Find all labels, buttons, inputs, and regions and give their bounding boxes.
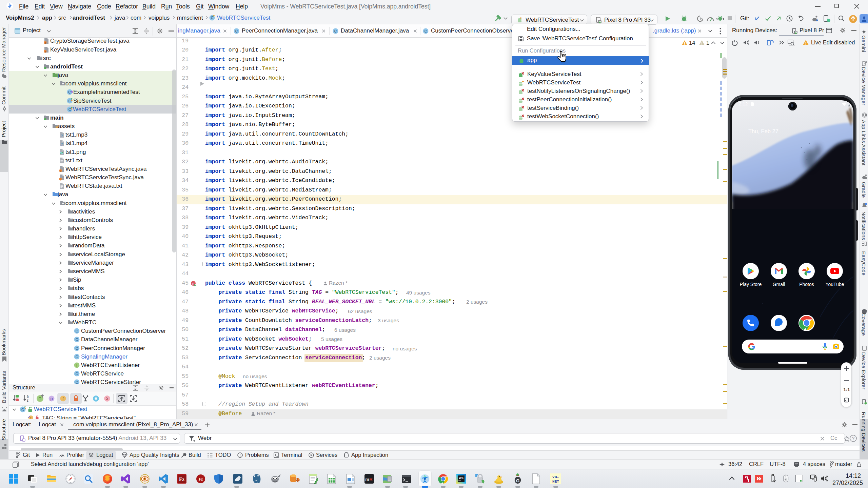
svg-text:Fz: Fz bbox=[199, 477, 203, 482]
svg-text:λ: λ bbox=[106, 396, 108, 401]
svg-text:C: C bbox=[334, 29, 337, 33]
svg-text:NET: NET bbox=[552, 480, 559, 484]
svg-text:C: C bbox=[68, 107, 71, 111]
svg-text:Fz: Fz bbox=[179, 476, 184, 482]
svg-text:C: C bbox=[76, 346, 78, 350]
svg-text:C: C bbox=[76, 329, 78, 333]
svg-text:f: f bbox=[31, 416, 32, 419]
svg-text:I: I bbox=[39, 397, 41, 402]
svg-text:J: J bbox=[45, 50, 46, 53]
svg-text:m: m bbox=[365, 477, 369, 482]
svg-text:z: z bbox=[27, 399, 28, 402]
svg-text:?: ? bbox=[852, 436, 854, 441]
svg-text:WS: WS bbox=[459, 476, 463, 480]
svg-text:C: C bbox=[211, 16, 213, 20]
svg-text:J: J bbox=[60, 178, 61, 181]
svg-text:C: C bbox=[76, 380, 78, 384]
svg-text:C: C bbox=[76, 338, 78, 342]
svg-text:p: p bbox=[51, 396, 53, 401]
svg-text:?: ? bbox=[61, 142, 63, 146]
svg-text:J: J bbox=[45, 41, 46, 44]
svg-text:?: ? bbox=[61, 134, 63, 138]
svg-text:G: G bbox=[516, 478, 519, 483]
svg-text:C: C bbox=[68, 99, 71, 103]
svg-text:C: C bbox=[68, 90, 71, 94]
svg-text:R: R bbox=[369, 477, 373, 482]
svg-text:a: a bbox=[27, 394, 29, 398]
svg-text:C: C bbox=[425, 29, 427, 33]
svg-text:C: C bbox=[21, 408, 24, 412]
svg-text:C: C bbox=[76, 354, 78, 359]
svg-text:C: C bbox=[235, 29, 238, 33]
svg-text:C: C bbox=[76, 372, 78, 376]
svg-text:VB-: VB- bbox=[552, 475, 559, 479]
svg-text:I: I bbox=[76, 363, 77, 367]
svg-text:J: J bbox=[60, 169, 61, 172]
